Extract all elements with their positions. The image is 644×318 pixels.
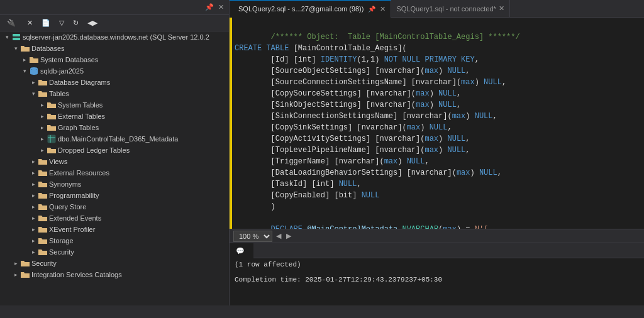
svg-rect-0 — [13, 34, 20, 36]
tree-item-programmability[interactable]: ▸Programmability — [0, 190, 229, 201]
tree-item-dropped-ledger[interactable]: ▸Dropped Ledger Tables — [0, 145, 229, 156]
status-bar: 100 % 75 % 150 % ◀ ▶ — [230, 229, 644, 243]
tree-label-tables: Tables — [49, 90, 69, 97]
main-layout: 📌 ✕ 🔌 ✕ 📄 ▽ ↻ ◀▶ ▾sqlserver-jan2025.data… — [0, 0, 644, 305]
connect-button[interactable]: 🔌 — [4, 18, 21, 28]
tree-item-query-store[interactable]: ▸Query Store — [0, 201, 229, 212]
messages-content: (1 row affected)Completion time: 2025-01… — [230, 258, 644, 305]
tree-icon-sqldb-jan2025 — [29, 66, 39, 76]
tree-label-security-db: Security — [49, 248, 74, 256]
tree-label-ext-resources: External Resources — [49, 169, 109, 177]
tree-item-xevent-profiler[interactable]: ▸XEvent Profiler — [0, 224, 229, 235]
tree-icon-external-tables — [47, 111, 57, 121]
expander-sqldb-jan2025[interactable]: ▾ — [20, 68, 29, 74]
expander-integration-services[interactable]: ▸ — [11, 271, 20, 278]
tree-item-security-root[interactable]: ▸Security — [0, 258, 229, 269]
close-panel-button[interactable]: ✕ — [217, 3, 225, 11]
tree-icon-db-diagrams — [38, 77, 48, 87]
tree-icon-system-tables — [47, 100, 57, 110]
tree-icon-server — [11, 32, 21, 42]
expander-xevent-profiler[interactable]: ▸ — [29, 226, 38, 233]
connect-icon: 🔌 — [7, 19, 16, 27]
svg-rect-1 — [13, 38, 20, 40]
tree-item-security-db[interactable]: ▸Security — [0, 246, 229, 258]
tree-item-views[interactable]: ▸Views — [0, 156, 229, 167]
expander-server[interactable]: ▾ — [3, 34, 11, 40]
tree-item-system-tables[interactable]: ▸System Tables — [0, 99, 229, 111]
expander-views[interactable]: ▸ — [29, 158, 38, 165]
tree-item-integration-services[interactable]: ▸Integration Services Catalogs — [0, 269, 229, 280]
tree-label-external-tables: External Tables — [58, 112, 105, 120]
tree-icon-query-store — [38, 202, 48, 212]
expander-system-tables[interactable]: ▸ — [38, 102, 47, 108]
expander-extended-events[interactable]: ▸ — [29, 215, 38, 221]
tree-label-databases: Databases — [31, 45, 65, 52]
expander-programmability[interactable]: ▸ — [29, 192, 38, 199]
expander-security-root[interactable]: ▸ — [11, 260, 20, 266]
object-explorer-tree: ▾sqlserver-jan2025.database.windows.net … — [0, 31, 229, 305]
tree-label-graph-tables: Graph Tables — [58, 124, 99, 131]
tab-tab2[interactable]: SQLQuery1.sql - not connected* ✕ — [391, 0, 509, 18]
expander-tables[interactable]: ▾ — [29, 90, 38, 97]
filter-button[interactable]: ▽ — [56, 18, 67, 28]
expander-query-store[interactable]: ▸ — [29, 204, 38, 210]
tree-item-external-tables[interactable]: ▸External Tables — [0, 111, 229, 122]
collapse-button[interactable]: ◀▶ — [84, 18, 101, 28]
tree-label-server: sqlserver-jan2025.database.windows.net (… — [23, 33, 209, 41]
code-editor[interactable]: /****** Object: Table [MainControlTable_… — [232, 18, 644, 229]
tree-item-tables[interactable]: ▾Tables — [0, 88, 229, 99]
tree-label-dropped-ledger: Dropped Ledger Tables — [58, 146, 130, 154]
expander-ext-resources[interactable]: ▸ — [29, 170, 38, 176]
tree-item-storage[interactable]: ▸Storage — [0, 235, 229, 246]
tree-label-extended-events: Extended Events — [49, 214, 101, 222]
messages-tab[interactable]: 💬 — [230, 243, 253, 258]
tree-label-query-store: Query Store — [49, 203, 86, 211]
tree-icon-security-db — [38, 247, 48, 257]
tree-item-server[interactable]: ▾sqlserver-jan2025.database.windows.net … — [0, 31, 229, 43]
expander-security-db[interactable]: ▸ — [29, 249, 38, 255]
expander-graph-tables[interactable]: ▸ — [38, 124, 47, 131]
tab-tab1[interactable]: SQLQuery2.sql - s...27@gmail.com (98))📌 … — [230, 0, 391, 18]
tree-icon-system-dbs — [29, 55, 39, 65]
expander-main-control-table[interactable]: ▸ — [38, 136, 47, 142]
tree-item-extended-events[interactable]: ▸Extended Events — [0, 212, 229, 224]
message-line: (1 row affected) — [235, 261, 639, 268]
tree-item-system-dbs[interactable]: ▸System Databases — [0, 54, 229, 65]
expander-system-dbs[interactable]: ▸ — [20, 57, 29, 63]
refresh-button[interactable]: ↻ — [70, 18, 82, 28]
tree-item-main-control-table[interactable]: ▸dbo.MainControlTable_D365_Metadata — [0, 133, 229, 145]
tab-close-tab1[interactable]: ✕ — [380, 6, 386, 13]
tab-close-tab2[interactable]: ✕ — [499, 5, 504, 12]
tab-pin-icon[interactable]: 📌 — [368, 6, 375, 13]
zoom-select[interactable]: 100 % 75 % 150 % — [233, 231, 272, 242]
tree-item-graph-tables[interactable]: ▸Graph Tables — [0, 122, 229, 133]
message-line: Completion time: 2025-01-27T12:29:43.237… — [235, 276, 639, 283]
expander-external-tables[interactable]: ▸ — [38, 113, 47, 119]
tree-label-programmability: Programmability — [49, 192, 99, 199]
pin-button[interactable]: 📌 — [204, 3, 215, 11]
expander-synonyms[interactable]: ▸ — [29, 181, 38, 187]
tree-item-databases[interactable]: ▾Databases — [0, 43, 229, 54]
tree-item-synonyms[interactable]: ▸Synonyms — [0, 178, 229, 190]
expander-databases[interactable]: ▾ — [11, 45, 20, 52]
expander-storage[interactable]: ▸ — [29, 238, 38, 244]
new-query-button[interactable]: 📄 — [38, 18, 53, 28]
tree-label-system-tables: System Tables — [58, 101, 103, 109]
tree-item-ext-resources[interactable]: ▸External Resources — [0, 167, 229, 178]
tree-icon-storage — [38, 236, 48, 246]
svg-point-2 — [30, 67, 38, 70]
tree-item-db-diagrams[interactable]: ▸Database Diagrams — [0, 77, 229, 88]
scroll-right-button[interactable]: ▶ — [285, 232, 292, 240]
expander-dropped-ledger[interactable]: ▸ — [38, 147, 47, 153]
tree-item-sqldb-jan2025[interactable]: ▾sqldb-jan2025 — [0, 65, 229, 77]
tree-icon-synonyms — [38, 179, 48, 189]
tree-icon-tables — [38, 89, 48, 99]
tree-icon-databases — [20, 43, 30, 53]
expander-db-diagrams[interactable]: ▸ — [29, 79, 38, 85]
scroll-left-button[interactable]: ◀ — [275, 232, 282, 240]
tree-icon-dropped-ledger — [47, 145, 57, 155]
tree-label-synonyms: Synonyms — [49, 180, 81, 188]
disconnect-button[interactable]: ✕ — [24, 18, 36, 28]
query-editor-panel: SQLQuery2.sql - s...27@gmail.com (98))📌 … — [230, 0, 644, 305]
tree-icon-graph-tables — [47, 123, 57, 133]
